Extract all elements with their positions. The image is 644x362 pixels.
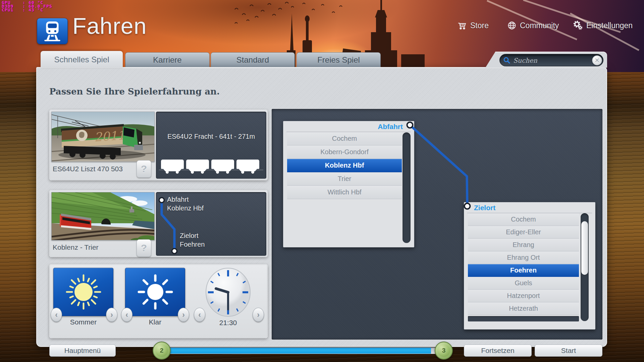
train-card: 2011 ES64U2 Liszt 470 503 xyxy=(49,110,268,180)
season-label: Sommer xyxy=(53,318,113,326)
nav-settings[interactable]: Einstellungen xyxy=(573,20,633,31)
main-panel: Karriere Standard Freies Spiel Suchen ✕ … xyxy=(36,52,607,347)
summary-from-value: Koblenz Hbf xyxy=(167,204,204,212)
destination-panel: Zielort CochemEdiger-EllerEhrangEhrang O… xyxy=(464,202,595,329)
list-item[interactable]: Ehrang xyxy=(468,239,579,251)
summary-to-value: Foehren xyxy=(180,241,205,248)
main-menu-button[interactable]: Hauptmenü xyxy=(49,345,116,357)
list-item[interactable]: Cochem xyxy=(468,213,579,226)
wagon-icon xyxy=(236,160,259,169)
svg-text:2011: 2011 xyxy=(94,128,125,144)
wagon-icon xyxy=(161,160,184,169)
step-node-3[interactable]: 3 xyxy=(435,342,453,360)
destination-scrollbar[interactable] xyxy=(581,213,589,321)
route-summary-panel[interactable]: Abfahrt Koblenz Hbf Zielort Foehren xyxy=(156,192,266,256)
settings-card: Sommer ‹ › Klar ‹ › xyxy=(49,264,268,338)
gears-icon xyxy=(573,20,583,31)
destination-list: CochemEdiger-EllerEhrangEhrang OrtFoehre… xyxy=(468,213,579,315)
destination-title: Zielort xyxy=(474,204,495,212)
departure-panel: Abfahrt CochemKobern-GondorfKoblenz HbfT… xyxy=(283,121,414,247)
list-item[interactable]: Trier xyxy=(287,172,402,186)
search-placeholder: Suchen xyxy=(513,57,603,64)
page-title: Fahren xyxy=(72,13,147,39)
train-logo xyxy=(37,18,68,44)
clear-sun-icon xyxy=(135,272,175,312)
consist-title: ES64U2 Fracht - 641t - 271m xyxy=(156,133,266,140)
train-help-button[interactable]: ? xyxy=(137,160,151,178)
weather-tile[interactable] xyxy=(125,268,185,316)
wagon-row xyxy=(161,160,259,169)
list-item[interactable]: Foehren xyxy=(468,264,579,277)
weather-label: Klar xyxy=(125,318,185,326)
destination-scroll-thumb[interactable] xyxy=(581,221,588,275)
list-item[interactable]: Koblenz Hbf xyxy=(287,159,402,172)
train-image[interactable]: 2011 xyxy=(51,112,155,162)
search-shelf: Suchen ✕ xyxy=(485,52,607,68)
summary-to-label: Zielort xyxy=(180,232,199,240)
cpu-temp: 43 °C xyxy=(29,8,43,12)
progress-fill xyxy=(169,348,431,354)
train-icon xyxy=(42,20,63,42)
train-simulator-screen: GPU:60 °C D3D9:60.0 FPS CPU1:43 °C Fahre… xyxy=(0,0,644,362)
step-node-2[interactable]: 2 xyxy=(153,342,171,360)
tab-schnelles-spiel[interactable]: Schnelles Spiel xyxy=(41,51,123,68)
nav-community-label: Community xyxy=(520,21,559,30)
nav-settings-label: Einstellungen xyxy=(586,21,633,30)
list-item[interactable]: Hetzerath xyxy=(468,302,579,315)
list-item[interactable]: Ehrang Ort xyxy=(468,251,579,264)
station-selection-area: Abfahrt CochemKobern-GondorfKoblenz HbfT… xyxy=(272,109,602,340)
departure-title: Abfahrt xyxy=(378,123,403,131)
progress-track[interactable] xyxy=(169,347,436,354)
route-help-button[interactable]: ? xyxy=(137,239,151,257)
summary-from-label: Abfahrt xyxy=(167,196,189,203)
cart-icon xyxy=(458,21,467,30)
season-tile[interactable] xyxy=(53,268,113,316)
wagon-icon xyxy=(211,160,234,169)
list-item[interactable]: Wittlich Hbf xyxy=(287,186,402,199)
fps-overlay: GPU:60 °C D3D9:60.0 FPS CPU1:43 °C xyxy=(2,1,52,12)
page-heading: Passen Sie Ihre Spielerfahrung an. xyxy=(49,86,220,97)
start-button[interactable]: Start xyxy=(535,345,602,357)
route-name: Koblenz - Trier xyxy=(53,243,99,251)
route-image[interactable] xyxy=(51,192,155,240)
tab-freies-spiel[interactable]: Freies Spiel xyxy=(297,52,381,67)
time-prev-button[interactable]: ‹ xyxy=(194,308,205,322)
list-item[interactable]: Ediger-Eller xyxy=(468,226,579,239)
route-card: Koblenz - Trier ? Abfahrt Koblenz Hbf Zi… xyxy=(49,190,268,257)
departure-scrollbar[interactable] xyxy=(402,132,411,243)
departure-list: CochemKobern-GondorfKoblenz HbfTrierWitt… xyxy=(287,132,402,199)
destination-hscrollbar[interactable] xyxy=(468,316,579,321)
time-clock xyxy=(205,267,252,317)
time-label: 21:30 xyxy=(205,319,252,327)
wagon-icon xyxy=(186,160,209,169)
season-prev-button[interactable]: ‹ xyxy=(51,308,62,322)
search-clear-button[interactable]: ✕ xyxy=(592,55,602,65)
list-item[interactable]: Kobern-Gondorf xyxy=(287,145,402,159)
weather-prev-button[interactable]: ‹ xyxy=(121,308,132,322)
list-item[interactable]: Cochem xyxy=(287,132,402,145)
nav-store-label: Store xyxy=(470,21,489,30)
summer-sun-icon xyxy=(63,272,104,312)
nav-store[interactable]: Store xyxy=(458,20,489,31)
weather-next-button[interactable]: › xyxy=(178,308,189,322)
panel-body: Passen Sie Ihre Spielerfahrung an. xyxy=(36,67,607,347)
continue-button[interactable]: Fortsetzen xyxy=(464,345,532,357)
list-item[interactable]: Hatzenport xyxy=(468,290,579,302)
globe-icon xyxy=(507,21,517,30)
list-item[interactable]: Guels xyxy=(468,277,579,290)
train-name: ES64U2 Liszt 470 503 xyxy=(53,165,123,173)
search-input[interactable]: Suchen ✕ xyxy=(499,54,603,66)
season-next-button[interactable]: › xyxy=(106,308,117,322)
search-icon xyxy=(503,57,511,64)
nav-community[interactable]: Community xyxy=(507,20,559,31)
tab-karriere[interactable]: Karriere xyxy=(125,52,210,67)
time-next-button[interactable]: › xyxy=(253,308,264,322)
tab-standard[interactable]: Standard xyxy=(211,52,295,67)
consist-panel[interactable]: ES64U2 Fracht - 641t - 271m xyxy=(156,112,266,179)
